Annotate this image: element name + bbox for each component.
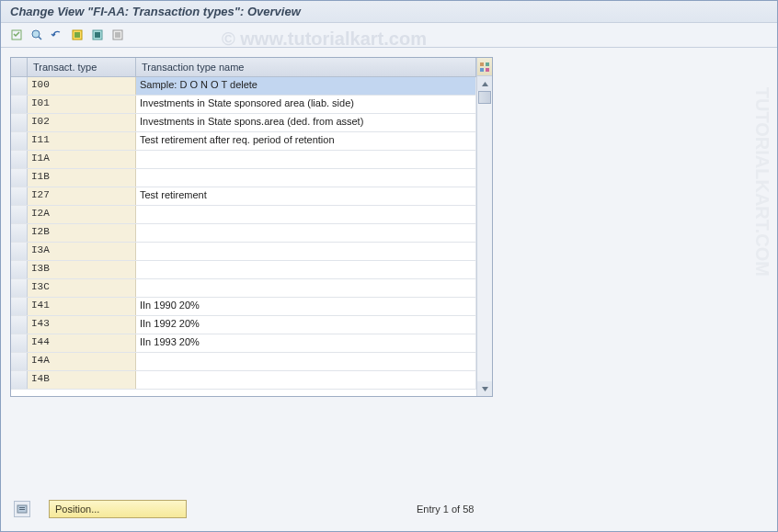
cell-transact-name[interactable]: [136, 169, 476, 187]
table-header: Transact. type Transaction type name: [11, 58, 476, 77]
cell-transact-type[interactable]: I3B: [28, 261, 136, 278]
cell-transact-type[interactable]: I3A: [28, 243, 136, 260]
cell-transact-type[interactable]: I11: [28, 132, 136, 150]
table-row[interactable]: I43IIn 1992 20%: [11, 316, 476, 334]
cell-transact-name[interactable]: Test retirement after req. period of ret…: [136, 132, 476, 150]
toolbar: [1, 23, 777, 48]
scroll-up-icon[interactable]: [477, 76, 492, 91]
cell-transact-name[interactable]: IIn 1993 20%: [136, 334, 476, 352]
cell-transact-name[interactable]: Investments in State spons.area (ded. fr…: [136, 114, 476, 131]
table-row[interactable]: I00Sample: D O N O T delete: [11, 77, 476, 96]
cell-transact-name[interactable]: [136, 206, 476, 223]
undo-icon[interactable]: [49, 27, 65, 43]
row-selector[interactable]: [11, 187, 28, 205]
table-row[interactable]: I41IIn 1990 20%: [11, 298, 476, 316]
row-selector[interactable]: [11, 206, 28, 223]
nav-position-icon[interactable]: [14, 501, 30, 517]
vertical-scrollbar: [476, 58, 492, 396]
column-transact-type[interactable]: Transact. type: [28, 58, 136, 76]
content-region: Transact. type Transaction type name I00…: [1, 48, 777, 406]
cell-transact-type[interactable]: I2B: [28, 224, 136, 242]
row-selector[interactable]: [11, 224, 28, 242]
column-selector[interactable]: [11, 58, 28, 76]
svg-rect-15: [19, 509, 25, 510]
other-view-icon[interactable]: [8, 27, 25, 43]
scroll-track[interactable]: [477, 91, 492, 381]
cell-transact-name[interactable]: [136, 224, 476, 242]
row-selector[interactable]: [11, 77, 28, 95]
svg-rect-11: [480, 68, 484, 72]
cell-transact-type[interactable]: I44: [28, 334, 136, 352]
row-selector[interactable]: [11, 298, 28, 315]
cell-transact-name[interactable]: [136, 151, 476, 168]
position-button-label: Position...: [55, 504, 99, 515]
cell-transact-type[interactable]: I4B: [28, 371, 136, 389]
select-block-icon[interactable]: [89, 27, 106, 43]
table-row[interactable]: I3C: [11, 279, 476, 298]
table-row[interactable]: I2A: [11, 206, 476, 224]
cell-transact-type[interactable]: I27: [28, 187, 136, 205]
table-row[interactable]: I02Investments in State spons.area (ded.…: [11, 114, 476, 132]
row-selector[interactable]: [11, 151, 28, 168]
row-selector[interactable]: [11, 261, 28, 278]
row-selector[interactable]: [11, 334, 28, 352]
svg-rect-6: [95, 32, 100, 38]
deselect-all-icon[interactable]: [109, 27, 126, 43]
row-selector[interactable]: [11, 96, 28, 113]
row-selector[interactable]: [11, 169, 28, 187]
table-body: I00Sample: D O N O T deleteI01Investment…: [11, 77, 476, 396]
column-transact-name[interactable]: Transaction type name: [136, 58, 476, 76]
entry-status: Entry 1 of 58: [417, 504, 474, 515]
find-icon[interactable]: [29, 27, 45, 43]
table-row[interactable]: I2B: [11, 224, 476, 243]
cell-transact-type[interactable]: I1B: [28, 169, 136, 187]
cell-transact-type[interactable]: I2A: [28, 206, 136, 223]
window: Change View "FI-AA: Transaction types": …: [0, 0, 778, 532]
table-settings-icon[interactable]: [477, 58, 492, 76]
table-row[interactable]: I01Investments in State sponsored area (…: [11, 96, 476, 114]
cell-transact-name[interactable]: [136, 243, 476, 260]
cell-transact-type[interactable]: I41: [28, 298, 136, 315]
scroll-thumb[interactable]: [478, 91, 491, 104]
row-selector[interactable]: [11, 279, 28, 297]
cell-transact-type[interactable]: I3C: [28, 279, 136, 297]
cell-transact-name[interactable]: [136, 261, 476, 278]
table-row[interactable]: I4A: [11, 353, 476, 371]
footer: Position... Entry 1 of 58: [14, 500, 764, 518]
cell-transact-type[interactable]: I43: [28, 316, 136, 334]
row-selector[interactable]: [11, 243, 28, 260]
table-row[interactable]: I44IIn 1993 20%: [11, 334, 476, 353]
svg-line-2: [39, 37, 41, 40]
row-selector[interactable]: [11, 132, 28, 150]
cell-transact-name[interactable]: [136, 279, 476, 297]
svg-rect-9: [480, 62, 484, 66]
cell-transact-type[interactable]: I00: [28, 77, 136, 95]
cell-transact-name[interactable]: [136, 371, 476, 389]
svg-rect-14: [19, 507, 25, 508]
row-selector[interactable]: [11, 114, 28, 131]
table-row[interactable]: I4B: [11, 371, 476, 390]
cell-transact-type[interactable]: I01: [28, 96, 136, 113]
cell-transact-name[interactable]: IIn 1992 20%: [136, 316, 476, 334]
cell-transact-name[interactable]: Investments in State sponsored area (lia…: [136, 96, 476, 113]
cell-transact-name[interactable]: [136, 353, 476, 370]
cell-transact-name[interactable]: Test retirement: [136, 187, 476, 205]
position-button[interactable]: Position...: [49, 500, 187, 518]
cell-transact-name[interactable]: Sample: D O N O T delete: [136, 77, 476, 95]
cell-transact-type[interactable]: I1A: [28, 151, 136, 168]
select-all-icon[interactable]: [69, 27, 86, 43]
table-row[interactable]: I1A: [11, 151, 476, 169]
table-row[interactable]: I27Test retirement: [11, 187, 476, 206]
table-row[interactable]: I3A: [11, 243, 476, 261]
table-row[interactable]: I1B: [11, 169, 476, 187]
cell-transact-type[interactable]: I4A: [28, 353, 136, 370]
row-selector[interactable]: [11, 353, 28, 370]
cell-transact-name[interactable]: IIn 1990 20%: [136, 298, 476, 315]
row-selector[interactable]: [11, 371, 28, 389]
cell-transact-type[interactable]: I02: [28, 114, 136, 131]
svg-rect-10: [486, 62, 489, 66]
table-row[interactable]: I3B: [11, 261, 476, 279]
table-row[interactable]: I11Test retirement after req. period of …: [11, 132, 476, 151]
row-selector[interactable]: [11, 316, 28, 334]
scroll-down-icon[interactable]: [477, 381, 492, 396]
